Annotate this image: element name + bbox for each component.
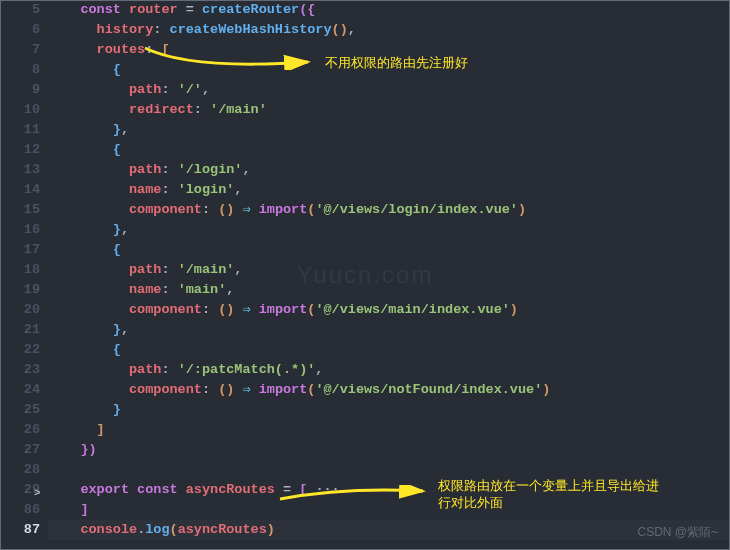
annotation-text: 权限路由放在一个变量上并且导出给进行对比外面 — [438, 478, 668, 512]
code-line[interactable]: ] — [48, 420, 730, 440]
code-line[interactable]: path: '/main', — [48, 260, 730, 280]
annotation-text: 不用权限的路由先注册好 — [325, 55, 468, 72]
line-number: 14 — [0, 180, 40, 200]
line-number: 25 — [0, 400, 40, 420]
code-line[interactable]: }, — [48, 120, 730, 140]
code-line[interactable]: name: 'main', — [48, 280, 730, 300]
line-number: 87 — [0, 520, 40, 540]
code-line[interactable]: }, — [48, 320, 730, 340]
code-line[interactable]: name: 'login', — [48, 180, 730, 200]
line-number: 23 — [0, 360, 40, 380]
line-number: 16 — [0, 220, 40, 240]
line-number: 86 — [0, 500, 40, 520]
code-line[interactable]: { — [48, 140, 730, 160]
code-line[interactable]: component: () ⇒ import('@/views/main/ind… — [48, 300, 730, 320]
code-line[interactable]: }, — [48, 220, 730, 240]
line-number: 12 — [0, 140, 40, 160]
line-number: 9 — [0, 80, 40, 100]
code-line[interactable]: { — [48, 240, 730, 260]
line-number: 18 — [0, 260, 40, 280]
line-number: 15 — [0, 200, 40, 220]
line-number: 22 — [0, 340, 40, 360]
code-line[interactable]: const router = createRouter({ — [48, 0, 730, 20]
code-line[interactable]: path: '/', — [48, 80, 730, 100]
line-number: 26 — [0, 420, 40, 440]
line-number: 27 — [0, 440, 40, 460]
code-line[interactable]: } — [48, 400, 730, 420]
line-number: 24 — [0, 380, 40, 400]
code-editor[interactable]: 5 6 7 8 9 10 11 12 13 14 15 16 17 18 19 … — [0, 0, 730, 540]
line-number: 28 — [0, 460, 40, 480]
line-number: 5 — [0, 0, 40, 20]
line-number: 8 — [0, 60, 40, 80]
code-line[interactable]: path: '/login', — [48, 160, 730, 180]
line-number: 17 — [0, 240, 40, 260]
line-number: 6 — [0, 20, 40, 40]
line-number: 11 — [0, 120, 40, 140]
line-number: 20 — [0, 300, 40, 320]
code-area[interactable]: const router = createRouter({ history: c… — [48, 0, 730, 540]
annotation-arrow-icon — [140, 45, 315, 70]
fold-chevron-icon[interactable]: > — [34, 483, 41, 503]
code-line[interactable]: { — [48, 340, 730, 360]
code-line[interactable] — [48, 460, 730, 480]
code-line[interactable]: redirect: '/main' — [48, 100, 730, 120]
line-number: 19 — [0, 280, 40, 300]
code-line[interactable]: path: '/:patcMatch(.*)', — [48, 360, 730, 380]
line-number: 7 — [0, 40, 40, 60]
code-line[interactable]: component: () ⇒ import('@/views/notFound… — [48, 380, 730, 400]
line-number: 21 — [0, 320, 40, 340]
watermark: CSDN @紫陌~ — [637, 522, 718, 542]
code-line[interactable]: console.log(asyncRoutes) — [48, 520, 730, 540]
code-line[interactable]: }) — [48, 440, 730, 460]
annotation-arrow-icon — [275, 485, 430, 505]
code-line[interactable]: history: createWebHashHistory(), — [48, 20, 730, 40]
line-gutter: 5 6 7 8 9 10 11 12 13 14 15 16 17 18 19 … — [0, 0, 48, 540]
code-line[interactable]: component: () ⇒ import('@/views/login/in… — [48, 200, 730, 220]
line-number: 10 — [0, 100, 40, 120]
line-number: 13 — [0, 160, 40, 180]
